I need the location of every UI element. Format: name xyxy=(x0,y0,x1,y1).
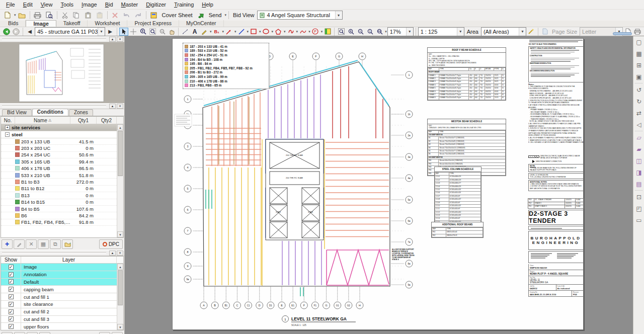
dither-icon[interactable]: ▦ xyxy=(633,48,644,59)
overlay-page-icon[interactable] xyxy=(540,28,549,36)
condition-row[interactable]: 203 x 133 UB41.5 m xyxy=(1,138,117,145)
layers-scrollbar[interactable]: ▲ ▼ xyxy=(117,264,123,330)
previous-page-icon[interactable]: ◀ xyxy=(25,28,34,36)
zoom-out-icon[interactable] xyxy=(356,28,365,36)
zoom-dropdown[interactable]: ▾ xyxy=(385,30,387,34)
layer-row[interactable]: ✓Image xyxy=(1,264,123,271)
layer-row[interactable]: ✓Annotation xyxy=(1,271,123,279)
menu-file[interactable]: File xyxy=(2,1,19,9)
pane-grip[interactable] xyxy=(2,252,106,254)
conditions-tab-bid-view[interactable]: Bid View xyxy=(2,109,32,116)
copy-icon[interactable] xyxy=(71,10,82,20)
duplicate-condition-button[interactable]: ⧉ xyxy=(50,239,61,249)
layer-checkbox[interactable]: ✓ xyxy=(9,265,14,270)
cover-sheet-icon[interactable] xyxy=(148,10,159,20)
collapse-pane-icon[interactable]: ▲ xyxy=(109,251,116,256)
area-select[interactable]: (All Areas)▾ xyxy=(481,27,526,36)
collapse-pane-icon[interactable]: ▲ xyxy=(109,37,116,42)
zoom-window-tool-icon[interactable] xyxy=(148,28,157,36)
layer-checkbox[interactable]: ✓ xyxy=(9,324,14,329)
count-tool-icon[interactable]: P xyxy=(311,28,320,36)
tab-image[interactable]: Image xyxy=(26,20,56,27)
text-tool-icon[interactable]: A xyxy=(190,28,199,36)
flip-horizontal-icon[interactable]: ⇄ xyxy=(633,107,644,119)
conditions-tab-zones[interactable]: Zones xyxy=(69,109,93,116)
layer-row[interactable]: ✓capping beam xyxy=(1,286,123,293)
zoom-rect-icon[interactable] xyxy=(337,28,346,36)
cover-sheet-button[interactable]: Cover Sheet xyxy=(160,12,195,18)
condition-row[interactable]: FB1, FB2, FB4, FB5, F...91.8 m xyxy=(1,219,117,226)
ellipse-tool-icon[interactable] xyxy=(262,28,271,36)
rectangle-tool-icon[interactable] xyxy=(249,28,258,36)
move-layer-down-icon[interactable]: ▼ xyxy=(112,332,123,334)
drawing-viewport[interactable]: 200 THK RC SLAB200 THK RC SLABSTAIRSTAIR… xyxy=(125,36,644,334)
grid-icon[interactable]: ⊞ xyxy=(633,59,644,71)
layer-checkbox[interactable]: ✓ xyxy=(9,287,14,292)
delete-layer-button[interactable]: ✕ xyxy=(14,332,25,334)
menu-view[interactable]: View xyxy=(37,1,57,9)
tab-project-express[interactable]: Project Express xyxy=(127,20,179,27)
tab-takeoff[interactable]: Takeoff xyxy=(56,20,88,27)
arrow-tool-icon[interactable] xyxy=(224,28,233,36)
scroll-thumb[interactable] xyxy=(118,270,123,305)
add-condition-button[interactable]: + xyxy=(2,239,13,249)
condition-row[interactable]: 254 x 254 UC50.6 m xyxy=(1,152,117,158)
uncheck-all-layers-button[interactable] xyxy=(39,332,50,334)
layer-checkbox[interactable]: ✓ xyxy=(9,294,14,299)
page-thumbnail[interactable] xyxy=(0,42,124,103)
snapshot-icon[interactable]: ⊡ xyxy=(633,191,644,203)
zoom-width-icon[interactable] xyxy=(375,28,384,36)
menu-tools[interactable]: Tools xyxy=(56,1,77,9)
condition-row[interactable]: B4 to B5107.6 m xyxy=(1,206,117,212)
zoom-fit-icon[interactable]: 1 xyxy=(365,28,374,36)
print-page-icon[interactable] xyxy=(633,28,642,36)
layer-row[interactable]: ✓Default xyxy=(1,279,123,286)
condition-properties-button[interactable]: ▦ xyxy=(38,239,49,249)
layer-row[interactable]: ✓cut and fill 2 xyxy=(1,308,123,316)
edit-condition-button[interactable] xyxy=(14,239,25,249)
freehand-tool-icon[interactable] xyxy=(286,28,295,36)
conditions-scrollbar[interactable]: ▲ ▼ xyxy=(117,124,123,237)
tab-myoncenter[interactable]: MyOnCenter xyxy=(179,20,224,27)
menu-digitizer[interactable]: Digitizer xyxy=(142,1,170,9)
zoom-previous-tool-icon[interactable] xyxy=(157,28,167,36)
condition-row[interactable]: 203 x 203 UC0 m xyxy=(1,145,117,151)
scale-select[interactable]: 1 : 125▾ xyxy=(418,27,464,36)
condition-row[interactable]: B1 to B3272.0 m xyxy=(1,179,117,185)
resize-icon[interactable]: ▭ xyxy=(633,214,644,226)
pane-grip[interactable] xyxy=(2,105,106,107)
note-tool-icon[interactable] xyxy=(323,28,332,36)
scroll-thumb[interactable] xyxy=(118,131,123,176)
cut-icon[interactable] xyxy=(59,10,70,20)
dimension-tool-icon[interactable] xyxy=(181,28,190,36)
group-row-steel[interactable]: −steel xyxy=(1,131,117,138)
menu-edit[interactable]: Edit xyxy=(19,1,37,9)
select-tool-icon[interactable] xyxy=(119,28,128,36)
condition-row[interactable]: B14 to B150 m xyxy=(1,199,117,206)
crop-icon[interactable]: ▢ xyxy=(633,36,644,48)
redo-icon[interactable] xyxy=(133,10,144,20)
open-icon[interactable] xyxy=(17,10,28,20)
drawing-page[interactable]: 200 THK RC SLAB200 THK RC SLABSTAIRSTAIR… xyxy=(172,38,584,330)
scroll-down-icon[interactable]: ▼ xyxy=(117,231,123,237)
close-pane-icon[interactable]: ✕ xyxy=(117,37,123,42)
collapse-pane-icon[interactable]: ▲ xyxy=(109,104,116,109)
next-page-icon[interactable]: ▶ xyxy=(106,28,115,36)
layer-row[interactable]: ✓cut and fill 1 xyxy=(1,293,123,301)
line-tool-icon[interactable] xyxy=(237,28,246,36)
curve-tool-icon[interactable] xyxy=(298,28,307,36)
condition-row[interactable]: B130 m xyxy=(1,192,117,199)
conditions-tab-conditions[interactable]: Conditions xyxy=(32,109,68,116)
layer-checkbox[interactable]: ✓ xyxy=(9,309,14,314)
zoom-in-tool-icon[interactable] xyxy=(138,28,147,36)
conditions-table-header[interactable]: No. Name △ Qty1 Qty2 xyxy=(1,117,123,124)
compare-icon[interactable]: ◫ xyxy=(633,155,644,166)
layer-checkbox[interactable]: ✓ xyxy=(9,279,14,284)
menu-training[interactable]: Training xyxy=(170,1,198,9)
split-icon[interactable]: ◨ xyxy=(633,166,644,178)
layer-row[interactable]: ✓upper floors xyxy=(1,323,123,330)
check-all-layers-button[interactable]: ✓ xyxy=(27,332,38,334)
condition-row[interactable]: 305 x 165 UB99.4 m xyxy=(1,158,117,165)
crosshair-tool-icon[interactable] xyxy=(129,28,138,36)
condition-row[interactable]: B684.2 m xyxy=(1,212,117,219)
